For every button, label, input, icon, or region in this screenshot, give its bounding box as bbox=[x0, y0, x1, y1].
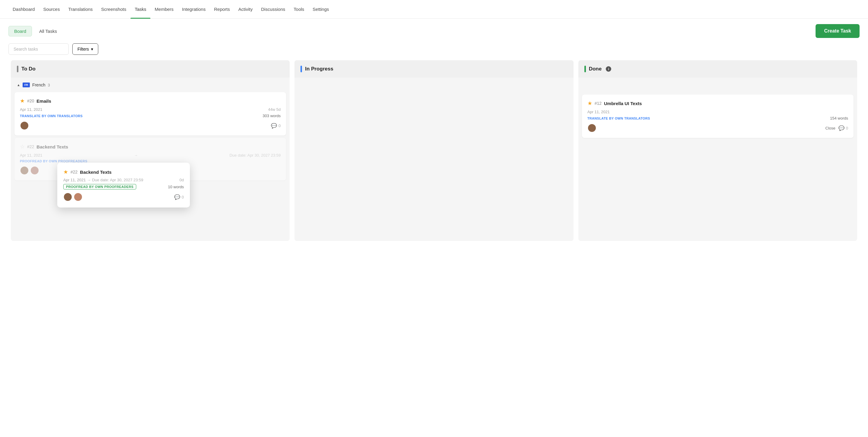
done-column-header: Done i bbox=[578, 60, 857, 78]
close-button[interactable]: Close bbox=[826, 126, 835, 130]
todo-column-header: To Do bbox=[11, 60, 290, 78]
card-title: Emails bbox=[36, 99, 51, 104]
card-title: Backend Texts bbox=[36, 144, 68, 149]
nav-tools[interactable]: Tools bbox=[289, 0, 308, 19]
info-icon: i bbox=[606, 66, 611, 72]
filters-button[interactable]: Filters ▾ bbox=[72, 43, 98, 55]
card-words: 154 words bbox=[830, 116, 848, 121]
card-avatars bbox=[587, 124, 596, 133]
avatar bbox=[73, 193, 83, 201]
tooltip-comment-count: 💬 0 bbox=[174, 194, 184, 200]
avatar bbox=[587, 124, 596, 133]
inprogress-bar bbox=[301, 66, 302, 72]
nav-translations[interactable]: Translations bbox=[64, 0, 97, 19]
all-tasks-button[interactable]: All Tasks bbox=[36, 26, 61, 36]
avatar bbox=[20, 121, 29, 130]
view-toolbar: Board All Tasks Create Task bbox=[0, 19, 868, 43]
card-date: Apr 11, 2021 bbox=[20, 107, 42, 112]
search-bar: Filters ▾ bbox=[0, 43, 868, 60]
filter-icon: ▾ bbox=[91, 47, 93, 52]
comment-count: 💬 0 bbox=[271, 123, 281, 129]
comment-number: 0 bbox=[846, 126, 848, 130]
nav-dashboard[interactable]: Dashboard bbox=[8, 0, 39, 19]
task-card-12[interactable]: ★ #12 Umbrella UI Texts Apr 11, 2021 TRA… bbox=[582, 95, 854, 138]
comment-count: 💬 0 bbox=[838, 125, 848, 131]
card-meta: Apr 11, 2021 44w 5d bbox=[20, 107, 281, 112]
tooltip-due-date: Due date: Apr 30, 2027 23:59 bbox=[92, 178, 143, 182]
done-title: Done bbox=[589, 66, 602, 72]
language-flag: FR bbox=[23, 82, 30, 87]
tooltip-tag-row: PROOFREAD BY OWN PROOFREADERS 10 words bbox=[63, 184, 184, 190]
tooltip-arrow-icon: → bbox=[87, 178, 91, 182]
group-chevron-icon: ▲ bbox=[17, 83, 20, 87]
card-tag-row: TRANSLATE BY OWN TRANSLATORS 303 words bbox=[20, 113, 281, 118]
card-header: ☆ #22 Backend Texts bbox=[20, 143, 281, 150]
tooltip-meta: Apr 11, 2021 → Due date: Apr 30, 2027 23… bbox=[63, 178, 184, 182]
card-title: Umbrella UI Texts bbox=[604, 101, 642, 106]
create-task-button[interactable]: Create Task bbox=[815, 24, 860, 38]
tooltip-words: 10 words bbox=[168, 184, 184, 189]
nav-screenshots[interactable]: Screenshots bbox=[97, 0, 130, 19]
tooltip-card-header: ★ #22 Backend Texts bbox=[63, 169, 184, 175]
comment-bubble-icon: 💬 bbox=[838, 125, 844, 131]
board-view-button[interactable]: Board bbox=[8, 26, 32, 36]
top-nav: Dashboard Sources Translations Screensho… bbox=[0, 0, 868, 19]
inprogress-title: In Progress bbox=[305, 66, 333, 72]
card-header: ★ #12 Umbrella UI Texts bbox=[587, 100, 848, 107]
comment-number: 0 bbox=[278, 124, 281, 128]
avatar bbox=[20, 166, 29, 175]
done-group-spacer bbox=[578, 78, 857, 92]
card-tag-row: TRANSLATE BY OWN TRANSLATORS 154 words bbox=[587, 116, 848, 121]
card-meta: Apr 11, 2021 → Due date: Apr 30, 2027 23… bbox=[20, 153, 281, 158]
nav-reports[interactable]: Reports bbox=[210, 0, 234, 19]
comment-bubble-icon: 💬 bbox=[174, 194, 180, 200]
group-name: French bbox=[32, 82, 45, 87]
tooltip-tag: PROOFREAD BY OWN PROOFREADERS bbox=[63, 184, 136, 190]
arrow-icon: → bbox=[134, 153, 138, 158]
tooltip-card-title: Backend Texts bbox=[80, 170, 112, 175]
card-tag: TRANSLATE BY OWN TRANSLATORS bbox=[20, 114, 83, 118]
task-card-20[interactable]: ★ #20 Emails Apr 11, 2021 44w 5d TRANSLA… bbox=[14, 92, 286, 136]
nav-members[interactable]: Members bbox=[150, 0, 178, 19]
tooltip-card-id: #22 bbox=[70, 170, 78, 174]
nav-sources[interactable]: Sources bbox=[39, 0, 64, 19]
card-words: 303 words bbox=[262, 113, 281, 118]
card-avatars bbox=[20, 121, 29, 130]
star-icon[interactable]: ★ bbox=[587, 100, 592, 107]
nav-tasks[interactable]: Tasks bbox=[130, 0, 150, 19]
card-date: Apr 11, 2021 bbox=[587, 110, 610, 114]
todo-bar bbox=[17, 66, 19, 72]
done-bar bbox=[584, 66, 586, 72]
inprogress-column: In Progress bbox=[294, 60, 573, 241]
comment-bubble-icon: 💬 bbox=[271, 123, 277, 129]
tooltip-star-icon[interactable]: ★ bbox=[63, 169, 68, 175]
card-footer: 💬 0 bbox=[20, 121, 281, 130]
done-column: Done i ★ #12 Umbrella UI Texts Apr 11, 2… bbox=[578, 60, 857, 241]
card-meta: Apr 11, 2021 bbox=[587, 110, 848, 114]
tooltip-duration: 0d bbox=[180, 178, 184, 182]
star-icon[interactable]: ★ bbox=[20, 98, 25, 104]
search-input[interactable] bbox=[8, 43, 69, 55]
group-count: 3 bbox=[48, 83, 50, 87]
avatar bbox=[30, 166, 39, 175]
card-footer: Close 💬 0 bbox=[587, 124, 848, 133]
board-area: To Do ▲ FR French 3 ★ #20 Emails Apr 11,… bbox=[0, 60, 868, 241]
avatar bbox=[63, 193, 72, 201]
view-toggle: Board All Tasks bbox=[8, 26, 61, 36]
task-tooltip-card: ★ #22 Backend Texts Apr 11, 2021 → Due d… bbox=[57, 163, 190, 207]
nav-activity[interactable]: Activity bbox=[234, 0, 257, 19]
card-tag: TRANSLATE BY OWN TRANSLATORS bbox=[587, 116, 650, 120]
tooltip-comment-number: 0 bbox=[182, 195, 184, 199]
card-id: #22 bbox=[27, 144, 34, 149]
star-icon[interactable]: ☆ bbox=[20, 143, 25, 150]
due-date: Due date: Apr 30, 2027 23:59 bbox=[229, 153, 281, 158]
card-avatars bbox=[20, 166, 39, 175]
card-date: Apr 11, 2021 bbox=[20, 153, 42, 158]
nav-settings[interactable]: Settings bbox=[308, 0, 333, 19]
nav-discussions[interactable]: Discussions bbox=[257, 0, 289, 19]
group-row-french[interactable]: ▲ FR French 3 bbox=[11, 78, 290, 90]
nav-integrations[interactable]: Integrations bbox=[178, 0, 210, 19]
tooltip-footer: 💬 0 bbox=[63, 193, 184, 201]
inprogress-column-header: In Progress bbox=[294, 60, 573, 78]
card-id: #20 bbox=[27, 99, 34, 103]
